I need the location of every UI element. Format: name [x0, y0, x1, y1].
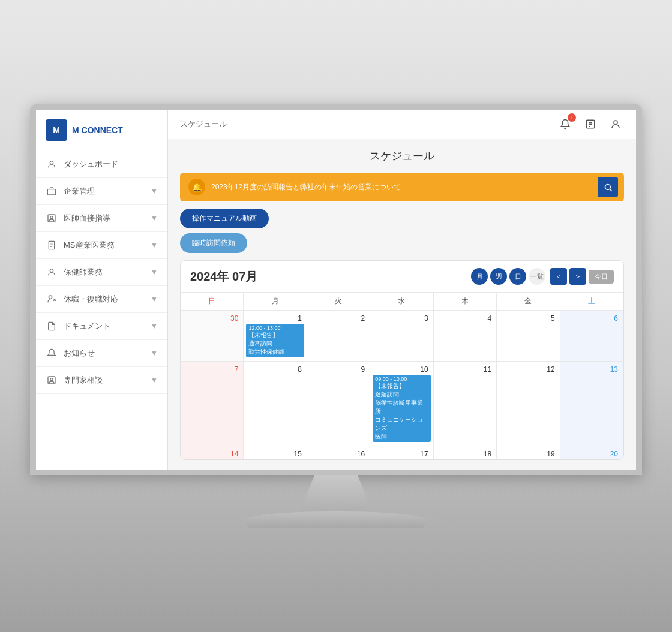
sidebar-item-document[interactable]: ドキュメント ▼ — [36, 313, 167, 340]
cal-cell-jul11[interactable]: 11 — [434, 362, 497, 446]
health-label: 保健師業務 — [64, 267, 145, 278]
calendar-nav-buttons: ＜ ＞ 今日 — [550, 268, 614, 285]
view-week-button[interactable]: 週 — [490, 268, 507, 285]
main-content: スケジュール 1 — [168, 110, 636, 470]
notice-arrow: ▼ — [151, 349, 158, 357]
leave-label: 休職・復職対応 — [64, 294, 145, 305]
sidebar-item-expert[interactable]: 専門家相談 ▼ — [36, 367, 167, 394]
svg-point-20 — [605, 184, 610, 189]
calendar-today-button[interactable]: 今日 — [589, 270, 614, 284]
user-button[interactable] — [607, 116, 624, 133]
ms-icon — [46, 239, 58, 251]
cal-cell-jul17[interactable]: 17 — [370, 446, 433, 460]
date-jul14: 14 — [183, 449, 241, 459]
cal-cell-jul19[interactable]: 19 — [497, 446, 560, 460]
date-jul2: 2 — [310, 313, 367, 324]
cal-cell-jul6[interactable]: 6 — [560, 311, 623, 362]
expert-label: 専門家相談 — [64, 375, 145, 386]
event-jul15[interactable]: 14:00 - 15:00 【報告済】 訪問 — [246, 459, 304, 460]
monitor-screen: M M CONNECT ダッシュボード 企業管理 ▼ — [30, 104, 642, 475]
date-jul7: 7 — [183, 364, 241, 375]
date-jul16: 16 — [310, 449, 367, 459]
svg-line-21 — [610, 189, 611, 191]
app-title: M CONNECT — [72, 125, 123, 135]
view-day-button[interactable]: 日 — [509, 268, 526, 285]
dashboard-label: ダッシュボード — [64, 159, 158, 170]
event-jul1[interactable]: 12:00 - 13:00 【未報告】 通常訪問 勤労性保健師 — [246, 324, 304, 357]
cal-cell-jun30: 30 — [181, 311, 244, 362]
leave-icon — [46, 293, 58, 305]
event-jul10-sub1: 巡廻訪問 — [375, 390, 428, 399]
cal-cell-jul1[interactable]: 1 12:00 - 13:00 【未報告】 通常訪問 勤労性保健師 — [244, 311, 307, 362]
sidebar-item-company[interactable]: 企業管理 ▼ — [36, 178, 167, 205]
cal-cell-jul10[interactable]: 10 09:00 - 10:00 【未報告】 巡廻訪問 脳循性診断用事業所 コミ… — [370, 362, 433, 446]
day-header-thu: 木 — [434, 293, 497, 311]
sidebar-item-doctor[interactable]: 医師面接指導 ▼ — [36, 205, 167, 232]
sidebar-item-health[interactable]: 保健師業務 ▼ — [36, 259, 167, 286]
date-jul12: 12 — [499, 364, 557, 375]
monitor-stand-neck — [300, 475, 372, 511]
date-jul13: 13 — [563, 364, 620, 375]
cal-cell-jul3[interactable]: 3 — [370, 311, 433, 362]
sidebar-item-ms[interactable]: MS産業医業務 ▼ — [36, 232, 167, 259]
cal-cell-jul12[interactable]: 12 — [497, 362, 560, 446]
cal-cell-jul4[interactable]: 4 — [434, 311, 497, 362]
cal-cell-jul2[interactable]: 2 — [307, 311, 370, 362]
day-header-sat: 土 — [560, 293, 623, 311]
calendar-prev-button[interactable]: ＜ — [550, 268, 567, 285]
date-jul9: 9 — [310, 364, 367, 375]
event-jul1-sub2: 勤労性保健師 — [248, 348, 301, 356]
view-list-button[interactable]: 一覧 — [529, 268, 545, 285]
manual-button[interactable]: 操作マニュアル動画 — [180, 209, 269, 228]
visit-button[interactable]: 臨時訪問依頼 — [180, 233, 247, 253]
sidebar-item-leave[interactable]: 休職・復職対応 ▼ — [36, 286, 167, 313]
sidebar-logo: M M CONNECT — [36, 110, 167, 151]
calendar-view-buttons: 月 週 日 一覧 — [471, 268, 545, 285]
cal-cell-jul14[interactable]: 14 — [181, 446, 244, 460]
cal-cell-jul16[interactable]: 16 — [307, 446, 370, 460]
sidebar-item-dashboard[interactable]: ダッシュボード — [36, 151, 167, 178]
cal-cell-jul9[interactable]: 9 — [307, 362, 370, 446]
view-month-button[interactable]: 月 — [471, 268, 488, 285]
cal-cell-jul15[interactable]: 15 14:00 - 15:00 【報告済】 訪問 — [244, 446, 307, 460]
company-arrow: ▼ — [151, 187, 158, 195]
leave-arrow: ▼ — [151, 295, 158, 303]
notification-bell-icon: 🔔 — [188, 179, 205, 195]
calendar-next-button[interactable]: ＞ — [569, 268, 586, 285]
svg-point-19 — [614, 121, 617, 124]
notification-badge: 1 — [568, 113, 576, 122]
event-jul10[interactable]: 09:00 - 10:00 【未報告】 巡廻訪問 脳循性診断用事業所 コミュニケ… — [373, 375, 430, 442]
svg-point-4 — [50, 216, 53, 219]
monitor-stand-base — [246, 511, 426, 528]
cal-cell-jul13[interactable]: 13 — [560, 362, 623, 446]
cal-cell-jul7[interactable]: 7 — [181, 362, 244, 446]
cal-cell-jul20[interactable]: 20 — [560, 446, 623, 460]
date-jul10: 10 — [373, 364, 430, 375]
date-jul19: 19 — [499, 449, 557, 459]
notice-label: お知らせ — [64, 348, 145, 359]
event-jul10-time: 09:00 - 10:00 — [375, 376, 428, 382]
date-jul15: 15 — [246, 449, 304, 459]
expert-arrow: ▼ — [151, 376, 158, 384]
health-icon — [46, 266, 58, 278]
topbar-breadcrumb: スケジュール — [180, 119, 227, 130]
date-jul3: 3 — [373, 313, 430, 324]
page-title: スケジュール — [180, 149, 624, 163]
document-label: ドキュメント — [64, 321, 145, 332]
topbar: スケジュール 1 — [168, 110, 636, 139]
calendar-header: 2024年 07月 月 週 日 一覧 ＜ ＞ — [181, 261, 623, 293]
cal-cell-jul5[interactable]: 5 — [497, 311, 560, 362]
date-jul6: 6 — [563, 313, 620, 324]
cal-cell-jul8[interactable]: 8 — [244, 362, 307, 446]
sidebar-item-notice[interactable]: お知らせ ▼ — [36, 340, 167, 367]
doctor-arrow: ▼ — [151, 214, 158, 222]
notification-button[interactable]: 1 — [557, 116, 574, 133]
date-jul11: 11 — [436, 364, 494, 375]
document-button[interactable] — [582, 116, 599, 133]
app-container: M M CONNECT ダッシュボード 企業管理 ▼ — [36, 110, 636, 470]
health-arrow: ▼ — [151, 268, 158, 276]
cal-cell-jul18[interactable]: 18 — [434, 446, 497, 460]
search-button[interactable] — [598, 177, 618, 197]
document-icon — [46, 320, 58, 332]
doctor-label: 医師面接指導 — [64, 213, 145, 224]
